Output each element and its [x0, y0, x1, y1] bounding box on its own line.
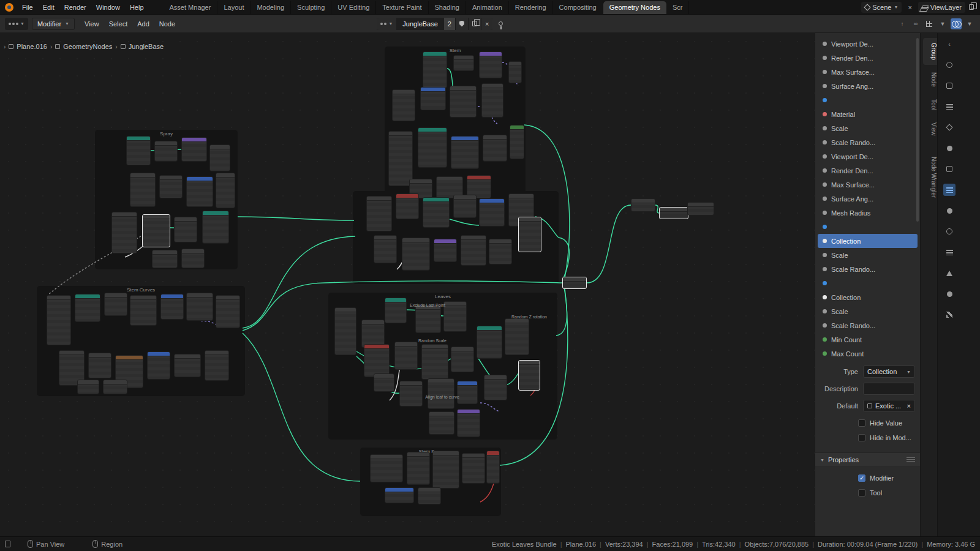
node[interactable] — [111, 212, 137, 253]
collapse-icon[interactable]: ‹ — [943, 38, 956, 50]
node[interactable] — [130, 173, 156, 207]
socket-row[interactable]: Render Den... — [818, 163, 918, 178]
node[interactable] — [385, 298, 407, 323]
socket-row[interactable]: Viewport De... — [818, 149, 918, 163]
workspace-tab-layout[interactable]: Layout — [217, 1, 251, 14]
node[interactable] — [181, 249, 205, 268]
menu-add[interactable]: Add — [132, 18, 154, 29]
node[interactable] — [142, 214, 170, 247]
node[interactable] — [479, 51, 502, 78]
clear-default-button[interactable]: × — [907, 402, 911, 410]
checkbox[interactable] — [858, 489, 865, 497]
node[interactable] — [483, 135, 507, 162]
browse-node-tree-button[interactable]: ▼ — [377, 18, 396, 30]
socket-row[interactable]: Max Surface... — [818, 178, 918, 192]
node[interactable] — [385, 487, 414, 503]
snapping-dropdown[interactable]: ▼ — [937, 18, 948, 29]
new-node-tree-button[interactable] — [468, 18, 481, 30]
socket-row[interactable]: Collection — [818, 290, 918, 304]
sidebar-tab-node-wrangler[interactable]: Node Wrangler — [923, 152, 937, 203]
workspace-tab-geometry-nodes[interactable]: Geometry Nodes — [603, 1, 666, 14]
node[interactable] — [562, 277, 587, 289]
node[interactable] — [421, 344, 448, 380]
menu-file[interactable]: File — [17, 2, 38, 13]
node[interactable] — [374, 235, 397, 263]
new-view-layer-button[interactable] — [969, 4, 974, 10]
menu-node[interactable]: Node — [154, 18, 180, 29]
node[interactable] — [429, 411, 454, 435]
texture-properties-icon[interactable] — [943, 309, 956, 321]
socket-row[interactable]: Scale Rando... — [818, 262, 918, 276]
socket-row[interactable]: Scale — [818, 248, 918, 262]
menu-render[interactable]: Render — [59, 2, 91, 13]
node[interactable] — [428, 378, 454, 409]
menu-view[interactable]: View — [80, 18, 104, 29]
menu-window[interactable]: Window — [91, 2, 125, 13]
workspace-tab-scr[interactable]: Scr — [666, 1, 690, 14]
node[interactable] — [216, 295, 240, 328]
node[interactable] — [415, 305, 441, 333]
node[interactable] — [130, 295, 157, 326]
node[interactable] — [510, 125, 524, 159]
socket-row[interactable]: Scale Rando... — [818, 135, 918, 149]
workspace-tab-asset-mnager[interactable]: Asset Mnager — [164, 1, 218, 14]
mode-dropdown[interactable]: Modifier ▼ — [32, 18, 75, 30]
properties-panel-header[interactable]: ▼ Properties — [815, 452, 920, 467]
socket-row[interactable]: Max Count — [818, 347, 918, 361]
node[interactable] — [687, 202, 714, 216]
node[interactable] — [462, 453, 485, 484]
node[interactable] — [103, 380, 127, 394]
breadcrumb-item[interactable]: GeometryNodes — [63, 43, 112, 50]
node-tree-name-field[interactable]: JungleBase — [396, 18, 444, 30]
pin-icon[interactable] — [499, 21, 503, 26]
fake-user-button[interactable] — [455, 18, 468, 30]
unlink-node-tree-button[interactable]: × — [481, 18, 492, 30]
node[interactable] — [216, 173, 235, 208]
node[interactable] — [418, 127, 447, 168]
socket-row[interactable] — [818, 220, 918, 234]
node[interactable] — [420, 87, 446, 110]
node[interactable] — [484, 375, 507, 400]
node[interactable] — [366, 196, 392, 231]
menu-select[interactable]: Select — [104, 18, 133, 29]
node[interactable] — [374, 373, 394, 392]
node[interactable] — [450, 86, 477, 118]
output-properties-icon[interactable] — [943, 80, 956, 92]
socket-row[interactable]: Max Surface... — [818, 65, 918, 79]
render-properties-icon[interactable] — [943, 59, 956, 71]
breadcrumb-item[interactable]: Plane.016 — [17, 43, 47, 50]
node[interactable] — [486, 451, 500, 484]
editor-type-selector[interactable]: ▼ — [5, 18, 28, 30]
node[interactable] — [451, 347, 474, 372]
physics-properties-icon[interactable] — [943, 225, 956, 238]
node[interactable] — [508, 61, 522, 83]
socket-row[interactable]: Render Den... — [818, 51, 918, 65]
type-dropdown[interactable]: Collection ▼ — [863, 365, 915, 378]
scene-properties-icon[interactable] — [943, 121, 956, 133]
node[interactable] — [75, 294, 100, 322]
node[interactable] — [631, 198, 655, 212]
workspace-tab-compositing[interactable]: Compositing — [553, 1, 603, 14]
sidebar-tab-view[interactable]: View — [923, 118, 937, 141]
socket-row[interactable] — [818, 93, 918, 107]
object-data-properties-icon[interactable] — [943, 267, 956, 279]
node[interactable] — [518, 360, 540, 391]
node[interactable] — [181, 137, 207, 162]
node[interactable] — [186, 293, 213, 321]
node[interactable] — [457, 409, 480, 437]
insert-link-icon[interactable]: ∞ — [910, 18, 921, 29]
overlays-toggle[interactable] — [951, 18, 962, 29]
node[interactable] — [418, 487, 441, 504]
scene-selector[interactable]: Scene ▼ — [861, 2, 902, 13]
node[interactable] — [394, 342, 418, 370]
node[interactable] — [370, 454, 403, 482]
node[interactable] — [432, 451, 459, 489]
node[interactable] — [453, 55, 474, 71]
node[interactable] — [451, 136, 479, 169]
socket-row[interactable]: Surface Ang... — [818, 192, 918, 206]
node[interactable] — [659, 207, 688, 219]
node[interactable] — [457, 381, 478, 404]
node[interactable] — [479, 198, 505, 227]
default-collection-field[interactable]: Exotic ... × — [863, 400, 915, 412]
node[interactable] — [186, 176, 213, 207]
